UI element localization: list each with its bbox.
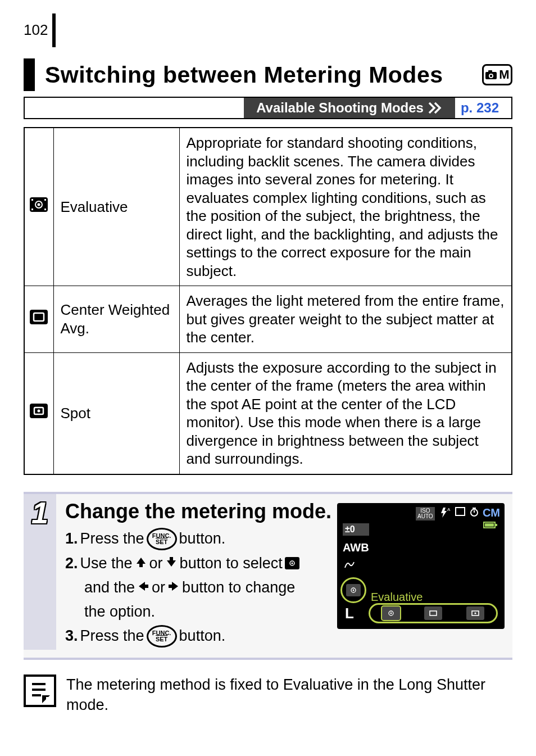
svg-rect-8 <box>44 199 46 201</box>
exposure-comp-icon: ±0 <box>343 523 369 536</box>
step-title: Change the metering mode. <box>65 500 333 523</box>
center-weighted-option-icon <box>424 606 442 620</box>
substep-text: Use the <box>80 553 133 574</box>
evaluative-metering-chip-icon <box>285 557 299 569</box>
lcd-preview: ISOAUTO A CM <box>337 503 505 629</box>
svg-text:A: A <box>447 507 451 512</box>
arrow-up-icon <box>135 556 147 571</box>
substep-text: button. <box>179 528 226 550</box>
evaluative-metering-icon <box>29 197 48 217</box>
substep-text: or <box>152 577 165 599</box>
mode-description: Appropriate for standard shooting condit… <box>179 128 512 286</box>
func-set-button-icon: FUNC.SET <box>147 625 177 648</box>
metering-options-bar <box>369 603 498 623</box>
spot-option-icon <box>466 606 484 620</box>
evaluative-metering-chip-icon <box>346 584 361 596</box>
svg-rect-10 <box>44 209 46 210</box>
camera-mode-badge: M <box>482 64 512 85</box>
svg-rect-34 <box>46 697 52 703</box>
available-modes-label: Available Shooting Modes <box>256 100 424 116</box>
substep-number: 2. <box>65 553 78 574</box>
arrow-down-icon <box>165 556 178 571</box>
mode-name: Spot <box>53 352 179 474</box>
svg-point-17 <box>291 562 293 564</box>
svg-rect-23 <box>496 524 497 526</box>
mode-description: Adjusts the exposure according to the su… <box>179 352 512 474</box>
substep-text: Press the <box>80 625 144 647</box>
substep-text: the option. <box>84 601 155 623</box>
mycolors-off-icon <box>343 560 369 573</box>
camera-icon <box>485 70 497 80</box>
header-divider <box>52 13 56 47</box>
svg-point-6 <box>38 203 40 206</box>
spot-metering-icon <box>29 403 48 423</box>
available-modes-link[interactable]: p. 232 <box>455 98 511 118</box>
self-timer-icon <box>469 506 479 519</box>
svg-point-25 <box>353 589 355 591</box>
substep-text: and the <box>84 577 135 599</box>
section-accent-bar <box>24 58 35 91</box>
table-row: Evaluative Appropriate for standard shoo… <box>24 128 512 286</box>
substep-number: 1. <box>65 528 78 550</box>
svg-point-30 <box>474 612 476 614</box>
arrow-right-icon <box>167 580 180 595</box>
mode-m-label: M <box>499 67 509 82</box>
metering-modes-table: Evaluative Appropriate for standard shoo… <box>24 127 512 475</box>
mode-description: Averages the light metered from the enti… <box>179 286 512 353</box>
image-size-label: L <box>345 605 354 622</box>
page-number: 102 <box>24 21 48 39</box>
evaluative-option-icon <box>382 606 400 620</box>
table-row: Center Weighted Avg. Averages the light … <box>24 286 512 353</box>
section-title: Switching between Metering Modes <box>45 62 443 88</box>
awb-icon: AWB <box>343 541 369 554</box>
substep-text: Press the <box>80 528 144 550</box>
substep-number: 3. <box>65 625 78 647</box>
svg-point-15 <box>38 410 40 413</box>
battery-icon <box>483 521 498 531</box>
svg-point-3 <box>490 75 492 77</box>
svg-rect-1 <box>488 70 492 73</box>
svg-point-27 <box>390 612 392 614</box>
svg-rect-9 <box>31 209 33 210</box>
metering-mode-label: Evaluative <box>371 591 423 604</box>
svg-rect-22 <box>485 523 494 527</box>
func-set-button-icon: FUNC.SET <box>147 528 177 550</box>
note-icon <box>24 674 56 707</box>
svg-rect-11 <box>30 310 48 324</box>
step-number: 1 <box>31 495 48 530</box>
substep-text: or <box>149 553 163 574</box>
drive-single-icon <box>455 506 466 519</box>
page-header: 102 <box>24 13 512 47</box>
arrow-left-icon <box>137 580 149 595</box>
substep-text: button. <box>179 625 226 647</box>
note-text: The metering method is fixed to Evaluati… <box>66 674 512 716</box>
svg-rect-28 <box>430 611 437 615</box>
flash-auto-icon: A <box>438 506 451 521</box>
iso-auto-icon: ISOAUTO <box>416 507 435 520</box>
mode-name: Center Weighted Avg. <box>53 286 179 353</box>
metering-selector-highlight <box>340 577 366 603</box>
available-modes-bar: Available Shooting Modes p. 232 <box>24 97 512 119</box>
mode-name: Evaluative <box>53 128 179 286</box>
substep-text: button to change <box>182 577 295 599</box>
step-block: 1 Change the metering mode. 1. Press the… <box>24 492 512 660</box>
mode-cm-icon: CM <box>483 506 500 519</box>
svg-rect-19 <box>456 508 465 515</box>
chevron-right-icon <box>428 102 443 114</box>
table-row: Spot Adjusts the exposure according to t… <box>24 352 512 474</box>
substep-text: button to select <box>180 553 283 574</box>
svg-rect-7 <box>31 199 33 201</box>
center-weighted-metering-icon <box>29 309 48 329</box>
